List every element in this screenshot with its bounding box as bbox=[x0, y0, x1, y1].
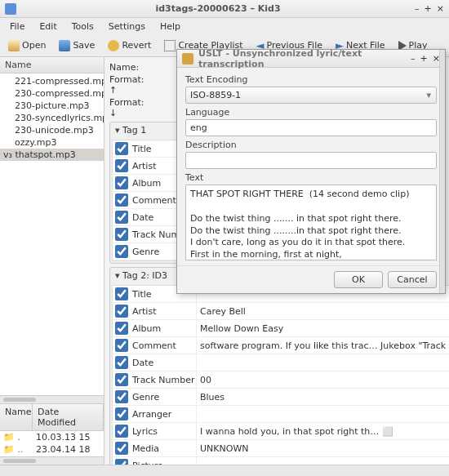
text-label: Text bbox=[185, 172, 437, 183]
tag2-check[interactable] bbox=[115, 407, 128, 420]
tag2-field-label: Artist bbox=[131, 306, 196, 317]
file-list[interactable]: 221-compressed.mp3230-compressed.mp3230-… bbox=[0, 73, 104, 395]
tag2-check[interactable] bbox=[115, 339, 128, 352]
tag2-field-value[interactable] bbox=[196, 457, 449, 465]
tag2-field-label: Album bbox=[131, 323, 196, 334]
tag2-check[interactable] bbox=[115, 287, 128, 300]
tag2-field-value[interactable]: Mellow Down Easy bbox=[196, 320, 449, 336]
close-icon[interactable]: × bbox=[437, 3, 444, 14]
dialog-title: USLT - Unsynchronized lyric/text transcr… bbox=[198, 48, 411, 69]
tag2-field-value[interactable]: UNKNOWN bbox=[196, 440, 449, 456]
revert-icon bbox=[108, 40, 119, 51]
uslt-dialog: USLT - Unsynchronized lyric/text transcr… bbox=[176, 49, 446, 294]
window-title: id3tags-20000623 – Kid3 bbox=[21, 3, 415, 14]
tag2-field-value[interactable]: 00 bbox=[196, 371, 449, 388]
tag1-check[interactable] bbox=[115, 142, 128, 155]
dir-header-modified[interactable]: Date Modified bbox=[33, 404, 104, 430]
tag2-check[interactable] bbox=[115, 425, 128, 438]
minimize-icon[interactable]: – bbox=[415, 3, 420, 14]
dialog-scrollbar[interactable] bbox=[439, 50, 445, 293]
dir-list[interactable]: 📁 .10.03.13 15📁 ..23.04.14 18 bbox=[0, 431, 104, 456]
playlist-icon bbox=[164, 40, 176, 51]
language-label: Language bbox=[185, 107, 437, 118]
tag2-field-label: Lyrics bbox=[131, 426, 196, 437]
description-input[interactable] bbox=[185, 152, 437, 169]
dir-list-hscroll[interactable] bbox=[0, 456, 104, 465]
lyrics-textarea[interactable]: THAT SPOT RIGHT THERE (14 second demo cl… bbox=[185, 185, 437, 260]
tag2-check[interactable] bbox=[115, 390, 128, 403]
tag2-field-label: Comment bbox=[131, 340, 196, 351]
encoding-label: Text Encoding bbox=[185, 74, 437, 85]
menu-file[interactable]: File bbox=[3, 20, 31, 33]
maximize-icon[interactable]: + bbox=[425, 3, 432, 14]
dialog-maximize-icon[interactable]: + bbox=[420, 53, 428, 64]
tag2-check[interactable] bbox=[115, 373, 128, 386]
revert-button[interactable]: Revert bbox=[104, 38, 154, 53]
menu-edit[interactable]: Edit bbox=[33, 20, 63, 33]
dialog-minimize-icon[interactable]: – bbox=[411, 53, 416, 64]
file-list-hscroll[interactable] bbox=[0, 395, 104, 403]
open-icon bbox=[8, 40, 20, 51]
file-item[interactable]: 230-syncedlyrics.mp3 bbox=[0, 112, 104, 124]
menu-tools[interactable]: Tools bbox=[65, 20, 100, 33]
tag2-field-label: Date bbox=[131, 358, 196, 368]
dialog-icon bbox=[182, 53, 193, 65]
file-item[interactable]: ozzy.mp3 bbox=[0, 136, 104, 149]
ok-button[interactable]: OK bbox=[334, 271, 383, 288]
save-icon bbox=[59, 40, 70, 51]
menu-help[interactable]: Help bbox=[153, 20, 187, 33]
language-input[interactable] bbox=[185, 119, 437, 136]
tag2-field-value[interactable]: software program. If you like this trac…… bbox=[196, 337, 449, 354]
tag2-fields: TitleArtistCarey BellAlbumMellow Down Ea… bbox=[112, 285, 449, 465]
format-up-label[interactable]: Format: ↑ bbox=[109, 74, 149, 96]
titlebar: id3tags-20000623 – Kid3 – + × bbox=[0, 0, 449, 18]
tag2-box: ▾ Tag 2: ID3 TitleArtistCarey BellAlbumM… bbox=[109, 267, 444, 465]
file-item[interactable]: 221-compressed.mp3 bbox=[0, 75, 104, 87]
dir-item[interactable]: 📁 ..23.04.14 18 bbox=[0, 443, 104, 456]
tag1-check[interactable] bbox=[115, 176, 128, 189]
file-item[interactable]: 230-unicode.mp3 bbox=[0, 124, 104, 136]
tag1-check[interactable] bbox=[115, 194, 128, 207]
app-icon bbox=[5, 3, 16, 15]
file-item[interactable]: 230-picture.mp3 bbox=[0, 100, 104, 112]
cancel-button[interactable]: Cancel bbox=[388, 271, 437, 288]
save-button[interactable]: Save bbox=[56, 38, 98, 53]
tag1-check[interactable] bbox=[115, 245, 128, 258]
tag2-check[interactable] bbox=[115, 356, 128, 369]
name-label: Name: bbox=[109, 62, 149, 73]
tag2-field-value[interactable]: Blues bbox=[196, 389, 449, 405]
tag2-field-value[interactable] bbox=[196, 354, 449, 371]
tag2-check[interactable] bbox=[115, 442, 128, 455]
tag2-field-value[interactable]: Carey Bell bbox=[196, 303, 449, 319]
format-down-label[interactable]: Format: ↓ bbox=[109, 97, 149, 118]
tag2-field-label: Arranger bbox=[131, 409, 196, 420]
tag2-check[interactable] bbox=[115, 459, 128, 465]
dir-pane: Name Date Modified 📁 .10.03.13 15📁 ..23.… bbox=[0, 403, 104, 465]
statusbar bbox=[0, 465, 449, 476]
open-button[interactable]: Open bbox=[5, 38, 49, 53]
tag2-field-label: Track Number bbox=[131, 375, 196, 385]
dir-item[interactable]: 📁 .10.03.13 15 bbox=[0, 431, 104, 443]
file-pane: Name 221-compressed.mp3230-compressed.mp… bbox=[0, 57, 104, 465]
tag2-field-value[interactable]: I wanna hold you, in that spot right th…… bbox=[196, 423, 449, 439]
file-item[interactable]: v₃ thatspot.mp3 bbox=[0, 149, 104, 161]
encoding-select[interactable]: ISO-8859-1 bbox=[185, 87, 437, 104]
tag2-field-label: Genre bbox=[131, 392, 196, 403]
description-label: Description bbox=[185, 140, 437, 150]
tag1-check[interactable] bbox=[115, 159, 128, 172]
file-list-header[interactable]: Name bbox=[0, 57, 104, 73]
file-item[interactable]: 230-compressed.mp3 bbox=[0, 87, 104, 100]
tag2-check[interactable] bbox=[115, 305, 128, 318]
menubar: File Edit Tools Settings Help bbox=[0, 18, 449, 34]
menu-settings[interactable]: Settings bbox=[102, 20, 152, 33]
tag2-field-label: Picture bbox=[131, 460, 196, 465]
tag2-check[interactable] bbox=[115, 322, 128, 335]
tag1-check[interactable] bbox=[115, 228, 128, 241]
tag2-field-value[interactable] bbox=[196, 406, 449, 422]
dir-header-name[interactable]: Name bbox=[0, 404, 33, 430]
tag1-check[interactable] bbox=[115, 211, 128, 224]
tag2-field-label: Media bbox=[131, 443, 196, 454]
